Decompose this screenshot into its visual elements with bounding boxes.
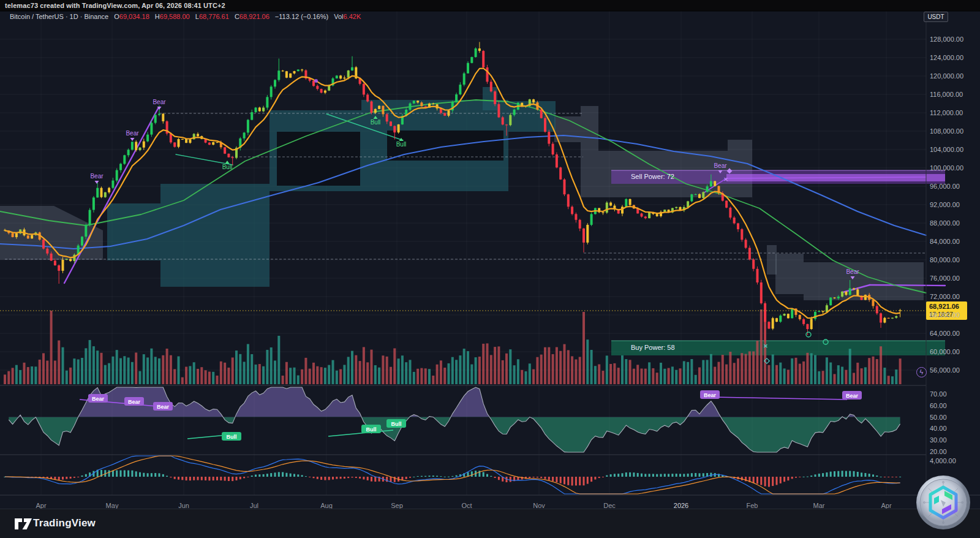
tradingview-window: telemac73 created with TradingView.com, … <box>0 0 980 538</box>
close-label: C <box>235 13 239 20</box>
svg-text:Bear: Bear <box>157 404 170 410</box>
svg-text:Bull: Bull <box>227 434 237 440</box>
svg-text:Bull: Bull <box>222 164 233 170</box>
symbol-legend[interactable]: Bitcoin / TetherUS · 1D · Binance O69,03… <box>10 13 361 20</box>
tradingview-brand-text[interactable]: TradingView <box>33 517 96 529</box>
indicator-clouds <box>0 87 924 300</box>
indicator-coin-watermark <box>916 475 971 532</box>
svg-text:Bear: Bear <box>704 392 717 398</box>
svg-text:Bear: Bear <box>90 173 104 180</box>
sell-power-label: Sell Power: 72 <box>631 173 674 180</box>
price-axis-label: 116,000.00 <box>930 91 963 98</box>
open-value: 69,034.18 <box>119 13 149 20</box>
price-axis-label: 60,000.00 <box>930 348 960 355</box>
price-axis-label: 108,000.00 <box>930 127 963 135</box>
volume-value: 6.42K <box>343 13 361 20</box>
price-axis-label: 56,000.00 <box>930 366 960 374</box>
macd-axis-label: 4,000.00 <box>930 457 956 464</box>
rsi-axis-label: 30.00 <box>930 436 947 444</box>
price-axis-label: 104,000.00 <box>930 146 963 153</box>
svg-text:✕: ✕ <box>763 343 768 349</box>
buy-power-label: Buy Power: 58 <box>631 344 675 351</box>
svg-text:Bear: Bear <box>714 162 727 169</box>
svg-text:Bull: Bull <box>391 421 402 427</box>
svg-text:Bear: Bear <box>846 268 859 275</box>
price-axis-label: 120,000.00 <box>930 72 963 80</box>
price-axis-label: 92,000.00 <box>930 201 960 208</box>
change-value: −113.12 (−0.16%) <box>275 13 328 20</box>
macd-pane <box>4 456 902 494</box>
high-value: 69,588.00 <box>160 13 190 20</box>
currency-toggle-button[interactable]: USDT <box>924 12 948 22</box>
svg-text:Bear: Bear <box>153 99 166 105</box>
open-label: O <box>114 13 119 20</box>
svg-text:✕: ✕ <box>723 176 728 183</box>
svg-text:Bear: Bear <box>846 393 859 399</box>
price-axis-label: 72,000.00 <box>930 293 960 300</box>
last-price-value: 68,921.06 <box>929 303 965 311</box>
rsi-pane: BearBearBearBearBearBullBullBull <box>9 387 900 452</box>
price-axis-label: 100,000.00 <box>930 164 963 172</box>
close-value: 68,921.06 <box>239 13 270 20</box>
price-axis-label: 76,000.00 <box>930 275 960 282</box>
rsi-axis-label: 40.00 <box>930 425 947 432</box>
svg-text:Bull: Bull <box>366 426 377 433</box>
price-axis-label: 68,000.00 <box>930 311 960 319</box>
svg-text:Bear: Bear <box>126 130 139 137</box>
svg-text:Bear: Bear <box>92 396 105 402</box>
lightning-button[interactable]: ϟ <box>916 367 927 377</box>
price-axis-label: 128,000.00 <box>930 36 963 43</box>
rsi-axis-label: 20.00 <box>930 448 947 455</box>
symbol-title[interactable]: Bitcoin / TetherUS · 1D · Binance <box>10 13 108 20</box>
rsi-axis-label: 70.00 <box>930 390 947 398</box>
volume-label: Vol <box>334 13 343 20</box>
main-chart-svg[interactable]: BearBearBearBearBearBullBullBull✕✕BearBe… <box>0 0 980 538</box>
price-axis-label: 88,000.00 <box>930 219 960 227</box>
price-axis-label: 96,000.00 <box>930 183 960 190</box>
rsi-axis-label: 60.00 <box>930 402 947 409</box>
price-axis-label: 64,000.00 <box>930 330 960 337</box>
low-value: 68,776.61 <box>199 13 229 20</box>
price-axis-label: 84,000.00 <box>930 238 960 245</box>
price-axis-label: 124,000.00 <box>930 54 963 61</box>
footer-bar: TradingView <box>0 509 980 538</box>
price-axis-label: 112,000.00 <box>930 109 963 116</box>
svg-text:Bull: Bull <box>371 119 381 126</box>
svg-text:Bull: Bull <box>396 141 407 148</box>
price-axis-label: 80,000.00 <box>930 256 960 263</box>
rsi-axis-label: 50.00 <box>930 414 947 421</box>
svg-text:Bear: Bear <box>128 399 141 405</box>
high-label: H <box>155 13 160 20</box>
